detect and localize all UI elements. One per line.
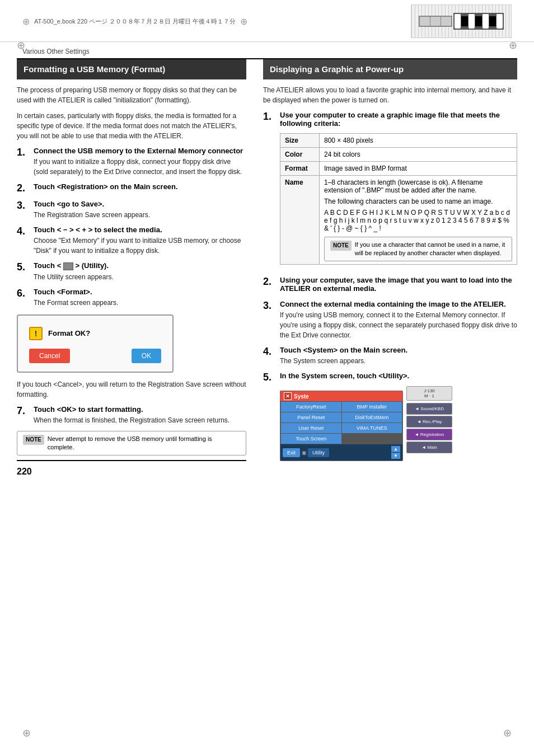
step-4: 4. Touch < − > < + > to select the media… [17, 226, 246, 256]
dialog-buttons: Cancel OK [29, 349, 161, 363]
inner-note-text: If you use a character that cannot be us… [355, 241, 506, 258]
step-2-title: Touch <Registration> on the Main screen. [34, 182, 246, 191]
factory-reset-btn[interactable]: FactoryReset [281, 402, 341, 412]
utility-row: ▣ Utility [302, 448, 390, 457]
step-6-desc: The Format screen appears. [34, 298, 246, 308]
step-5-title: Touch < > (Utility). [34, 261, 246, 270]
criteria-name-label: Name [280, 175, 320, 265]
page: ⊕ AT-500_e.book 220 ページ ２００８年７月２８日 月曜日 午… [0, 0, 534, 756]
step-4-desc: Choose "Ext Memory" if you want to initi… [34, 236, 246, 256]
criteria-size-value: 800 × 480 pixels [320, 133, 517, 147]
step-5: 5. Touch < > (Utility). The Utility scre… [17, 261, 246, 282]
left-column: Formatting a USB Memory (Format) The pro… [17, 59, 246, 482]
step-4-content: Touch < − > < + > to select the media. C… [34, 226, 246, 256]
header: ⊕ AT-500_e.book 220 ページ ２００８年７月２８日 月曜日 午… [0, 0, 534, 42]
panel-reset-btn[interactable]: Panel Reset [281, 412, 341, 422]
cancel-button[interactable]: Cancel [29, 349, 70, 363]
step-6: 6. Touch <Format>. The Format screen app… [17, 288, 246, 308]
right-step-4: 4. Touch <System> on the Main screen. Th… [263, 346, 517, 366]
note-label: NOTE [23, 435, 44, 445]
step-1: 1. Connect the USB memory to the Externa… [17, 147, 246, 177]
right-step-5: 5. In the System screen, touch <Utility>… [263, 372, 517, 463]
right-step-4-desc: The System screen appears. [280, 356, 517, 366]
utility-icon: ▣ [302, 450, 307, 456]
step-5-number: 5. [17, 261, 29, 274]
step-3-number: 3. [17, 200, 29, 212]
step-1-title: Connect the USB memory to the External M… [34, 147, 246, 155]
right-step-3-desc: If you're using USB memory, connect it t… [280, 310, 517, 340]
step-7-desc: When the format is finished, the Registr… [34, 415, 246, 425]
step-4-title: Touch < − > < + > to select the media. [34, 226, 246, 234]
file-info: ⊕ AT-500_e.book 220 ページ ２００８年７月２８日 月曜日 午… [22, 16, 247, 27]
right-step-2-number: 2. [263, 276, 275, 288]
system-bottom-bar: Exit ▣ Utility ▲ ▼ [280, 444, 402, 461]
note-box: NOTE Never attempt to remove the USB mem… [17, 431, 246, 456]
sound-kbd-btn[interactable]: ◄ Sound/KBD [406, 403, 452, 415]
arrow-up[interactable]: ▲ [391, 446, 400, 452]
right-step-2-content: Using your computer, save the image that… [280, 276, 517, 294]
step-1-desc: If you want to initialize a floppy disk,… [34, 157, 246, 177]
right-step-2: 2. Using your computer, save the image t… [263, 276, 517, 294]
user-reset-btn[interactable]: User Reset [281, 423, 341, 433]
criteria-row-format: Format Image saved in BMP format [280, 161, 517, 175]
system-title: Syste [294, 393, 309, 400]
utility-btn[interactable]: Utility [308, 448, 329, 457]
right-step-3-number: 3. [263, 300, 275, 312]
step-1-content: Connect the USB memory to the External M… [34, 147, 246, 177]
step-7-title: Touch <OK> to start formatting. [34, 405, 246, 414]
system-screen-container: ✕ Syste FactoryReset BMP Installer Panel… [280, 386, 403, 461]
inner-note-label: NOTE [330, 241, 352, 251]
step-3-desc: The Registration Save screen appears. [34, 210, 246, 220]
right-sidebar-buttons: J·130M · 1 ◄ Sound/KBD ◄ Rec./Play ◄ Reg… [406, 386, 452, 453]
step-2: 2. Touch <Registration> on the Main scre… [17, 182, 246, 195]
step-5-content: Touch < > (Utility). The Utility screen … [34, 261, 246, 282]
vima-tunes-btn[interactable]: VIMA TUNES [342, 423, 402, 433]
registration-btn[interactable]: ◄ Registration [406, 429, 452, 440]
criteria-color-label: Color [280, 147, 320, 161]
bottom-divider [17, 460, 246, 461]
system-exit-btn-1[interactable]: Exit [283, 448, 300, 457]
step-3-title: Touch <go to Save>. [34, 200, 246, 208]
section-subtitle: Various Other Settings [0, 42, 534, 58]
arrow-down[interactable]: ▼ [391, 453, 400, 459]
note-text: Never attempt to remove the USB memory u… [48, 435, 240, 452]
step-7-number: 7. [17, 405, 29, 417]
system-buttons-grid: FactoryReset BMP Installer Panel Reset D… [280, 401, 402, 444]
step-2-content: Touch <Registration> on the Main screen. [34, 182, 246, 192]
step-6-content: Touch <Format>. The Format screen appear… [34, 288, 246, 308]
dialog-content: ! Format OK? [29, 327, 161, 340]
criteria-color-value: 24 bit colors [320, 147, 517, 161]
right-step-2-title: Using your computer, save the image that… [280, 276, 517, 293]
warning-icon: ! [29, 327, 43, 340]
criteria-row-color: Color 24 bit colors [280, 147, 517, 161]
right-step-4-content: Touch <System> on the Main screen. The S… [280, 346, 517, 366]
format-dialog: ! Format OK? Cancel OK [17, 314, 174, 373]
crosshair-left: ⊕ [22, 16, 30, 27]
step-5-desc: The Utility screen appears. [34, 272, 246, 282]
disk-to-ext-btn[interactable]: DiskToExtMem [342, 412, 402, 422]
criteria-row-name: Name 1–8 characters in length (lowercase… [280, 175, 517, 265]
touch-screen-btn[interactable]: Touch Screen [281, 434, 341, 444]
counter-display: J·130M · 1 [406, 386, 452, 401]
rec-play-btn[interactable]: ◄ Rec./Play [406, 416, 452, 428]
right-step-5-title: In the System screen, touch <Utility>. [280, 372, 517, 380]
step-2-number: 2. [17, 182, 29, 195]
step-6-title: Touch <Format>. [34, 288, 246, 296]
ok-button[interactable]: OK [132, 349, 161, 363]
crosshair-bottom-left: ⊕ [22, 727, 31, 739]
main-btn[interactable]: ◄ Main [406, 442, 452, 453]
system-screen: ✕ Syste FactoryReset BMP Installer Panel… [280, 391, 403, 461]
right-step-1: 1. Use your computer to create a graphic… [263, 111, 517, 271]
left-section-heading: Formatting a USB Memory (Format) [17, 59, 246, 79]
dialog-desc: If you touch <Cancel>, you will return t… [17, 379, 246, 400]
right-step-5-content: In the System screen, touch <Utility>. ✕… [280, 372, 517, 463]
system-close-btn[interactable]: ✕ [284, 392, 292, 400]
left-intro-2: In certain cases, particularly with flop… [17, 111, 246, 141]
left-intro-1: The process of preparing USB memory or f… [17, 85, 246, 105]
criteria-name-value: 1–8 characters in length (lowercase is o… [320, 175, 517, 265]
crosshair-right: ⊕ [240, 16, 247, 27]
bmp-installer-btn[interactable]: BMP Installer [342, 402, 402, 412]
criteria-row-size: Size 800 × 480 pixels [280, 133, 517, 147]
inner-note-box: NOTE If you use a character that cannot … [324, 237, 512, 262]
criteria-format-label: Format [280, 161, 320, 175]
